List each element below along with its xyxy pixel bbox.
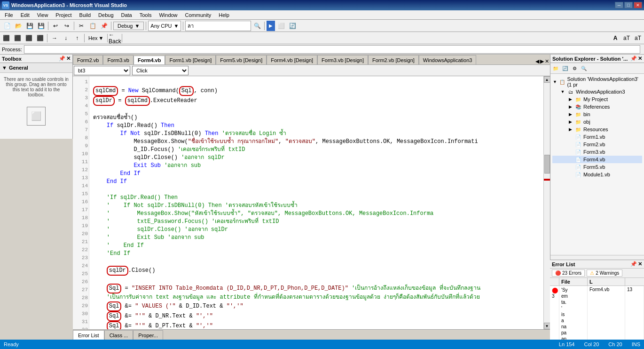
minimize-button[interactable]: ─ <box>615 2 623 8</box>
step-out-btn[interactable]: ↑ <box>72 33 82 43</box>
tab-form4vb-design[interactable]: Form4.vb [Design] <box>267 55 317 64</box>
se-pin-btn[interactable]: 📌 <box>630 56 637 62</box>
copy-btn[interactable]: 📋 <box>87 21 98 31</box>
el-pin-btn[interactable]: 📌 <box>630 261 637 267</box>
cut-btn[interactable]: ✂ <box>76 21 86 31</box>
tb2-btn2[interactable]: ⬛ <box>12 33 23 43</box>
title-bar-controls[interactable]: ─ □ ✕ <box>615 2 642 8</box>
bold-btn[interactable]: A <box>610 33 620 43</box>
restart-btn[interactable]: 🔄 <box>287 21 298 31</box>
scroll-thumb[interactable] <box>544 155 550 174</box>
menu-community[interactable]: Community <box>181 11 215 19</box>
hex-dropdown[interactable]: Hex ▼ <box>86 35 105 41</box>
search-box[interactable]: ลา <box>185 21 251 31</box>
se-properties-btn[interactable]: ⚙ <box>570 64 579 72</box>
process-dropdown[interactable] <box>24 45 640 54</box>
se-controls[interactable]: 📌 ✕ <box>630 56 642 62</box>
tb2-btn4[interactable]: ⬛ <box>35 33 45 43</box>
method-selector[interactable]: Click <box>132 66 188 75</box>
tb2-btn1[interactable]: ⬛ <box>1 33 11 43</box>
search-btn[interactable]: 🔍 <box>252 21 262 31</box>
step-into-btn[interactable]: ↓ <box>61 33 71 43</box>
vertical-scrollbar[interactable]: ▲ ▼ <box>543 76 550 329</box>
warnings-badge[interactable]: ⚠ 2 Warnings <box>587 270 622 277</box>
se-title: Solution Explorer - Solution '... <box>552 56 628 62</box>
menu-window[interactable]: Window <box>155 11 181 19</box>
se-show-all-btn[interactable]: 📁 <box>551 64 560 72</box>
code-text[interactable]: sqlCmd = New SqlCommand(Sql, conn) sqlDr… <box>89 76 543 329</box>
tab-form4vb[interactable]: Form4.vb <box>134 56 165 65</box>
se-scrollbar[interactable] <box>550 255 644 260</box>
se-form4vb[interactable]: 📄 Form4.vb <box>552 156 642 163</box>
tab-form3vb-design[interactable]: Form3.vb [Design] <box>317 55 368 64</box>
se-resources[interactable]: ▶ 📁 Resources <box>552 126 642 133</box>
se-solution[interactable]: ▼ 📋 Solution 'WindowsApplication3' (1 pr <box>552 76 642 88</box>
tab-form5vb-design[interactable]: Form5.vb [Design] <box>216 55 267 64</box>
se-myproject[interactable]: ▶ 📁 My Project <box>552 95 642 103</box>
tb2-btn3[interactable]: ⬛ <box>24 33 34 43</box>
back-btn[interactable]: ← Back <box>110 33 120 43</box>
new-project-btn[interactable]: 📄 <box>2 21 12 31</box>
el-close-btn[interactable]: ✕ <box>638 261 642 267</box>
tab-properties[interactable]: Proper... <box>133 330 163 340</box>
se-search-btn[interactable]: 🔍 <box>580 64 588 72</box>
tab-form2vb[interactable]: Form2.vb <box>73 55 103 64</box>
cpu-selector[interactable]: Any CPU ▼ <box>148 21 181 31</box>
tab-form2vb-design[interactable]: Form2.vb [Design] <box>368 55 419 64</box>
el-row-1[interactable]: ⬤ 3 'Syemta.'isanapaancatbeuseas Form4.v… <box>550 286 644 340</box>
menu-project[interactable]: Project <box>52 11 75 19</box>
se-close-btn[interactable]: ✕ <box>638 56 642 62</box>
toolbox-header-controls[interactable]: 📌 ✕ <box>59 56 71 62</box>
menu-help[interactable]: Help <box>215 11 233 19</box>
menu-build[interactable]: Build <box>76 11 94 19</box>
font-color-btn[interactable]: aT <box>633 33 643 43</box>
stop-debug-btn[interactable]: ⬜ <box>276 21 286 31</box>
se-module1vb[interactable]: 📄 Module1.vb <box>552 171 642 178</box>
toolbox-pin-btn[interactable]: 📌 <box>59 56 65 62</box>
tab-form1vb-design[interactable]: Form1.vb [Design] <box>165 55 216 64</box>
debug-dropdown[interactable]: Debug ▼ <box>113 22 144 30</box>
el-controls[interactable]: 📌 ✕ <box>630 261 642 267</box>
save-all-btn[interactable]: 💾 <box>36 21 46 31</box>
scroll-up-btn[interactable]: ▲ <box>544 76 550 83</box>
errors-badge[interactable]: 🔴 23 Errors <box>552 270 585 277</box>
se-references[interactable]: ▶ 📚 References <box>552 103 642 111</box>
font-size-btn[interactable]: aT <box>621 33 632 43</box>
scroll-down-btn[interactable]: ▼ <box>544 323 550 329</box>
start-debug-btn[interactable]: ▶ <box>267 21 275 31</box>
redo-btn[interactable]: ↪ <box>62 21 72 31</box>
se-obj[interactable]: ▶ 📁 obj <box>552 118 642 126</box>
se-form3vb[interactable]: 📄 Form3.vb <box>552 148 642 156</box>
menu-view[interactable]: View <box>33 11 52 19</box>
tab-controls[interactable]: ◀ ▶ ✕ <box>535 58 550 64</box>
menu-debug[interactable]: Debug <box>94 11 117 19</box>
toolbox-item[interactable]: ⬜ <box>27 107 46 126</box>
se-refresh-btn[interactable]: 🔄 <box>561 64 569 72</box>
toolbox-group[interactable]: ▼ General <box>0 63 72 73</box>
tab-error-list[interactable]: Error List <box>73 330 104 340</box>
tab-windowsapp[interactable]: WindowsApplication3 <box>419 55 477 64</box>
se-project[interactable]: ▼ 🗂 WindowsApplication3 <box>552 88 642 95</box>
menu-file[interactable]: File <box>1 11 17 19</box>
se-form5vb[interactable]: 📄 Form5.vb <box>552 163 642 171</box>
undo-btn[interactable]: ↩ <box>50 21 61 31</box>
se-bin[interactable]: ▶ 📁 bin <box>552 111 642 118</box>
menu-edit[interactable]: Edit <box>17 11 33 19</box>
tab-scroll-right[interactable]: ▶ <box>540 58 544 64</box>
save-btn[interactable]: 💾 <box>24 21 35 31</box>
menu-data[interactable]: Data <box>118 11 136 19</box>
paste-btn[interactable]: 📌 <box>99 21 109 31</box>
close-button[interactable]: ✕ <box>634 2 642 8</box>
se-form2vb[interactable]: 📄 Form2.vb <box>552 141 642 148</box>
restore-button[interactable]: □ <box>624 2 633 8</box>
tab-form3vb[interactable]: Form3.vb <box>103 55 133 64</box>
tab-class[interactable]: Class ... <box>104 330 134 340</box>
menu-tools[interactable]: Tools <box>136 11 156 19</box>
tab-close[interactable]: ✕ <box>545 58 549 64</box>
open-btn[interactable]: 📂 <box>13 21 24 31</box>
toolbox-close-btn[interactable]: ✕ <box>66 56 71 62</box>
se-form1vb[interactable]: 📄 Form1.vb <box>552 133 642 141</box>
class-selector[interactable]: bt3 <box>74 66 130 75</box>
step-over-btn[interactable]: → <box>49 33 60 43</box>
tab-scroll-left[interactable]: ◀ <box>535 58 539 64</box>
